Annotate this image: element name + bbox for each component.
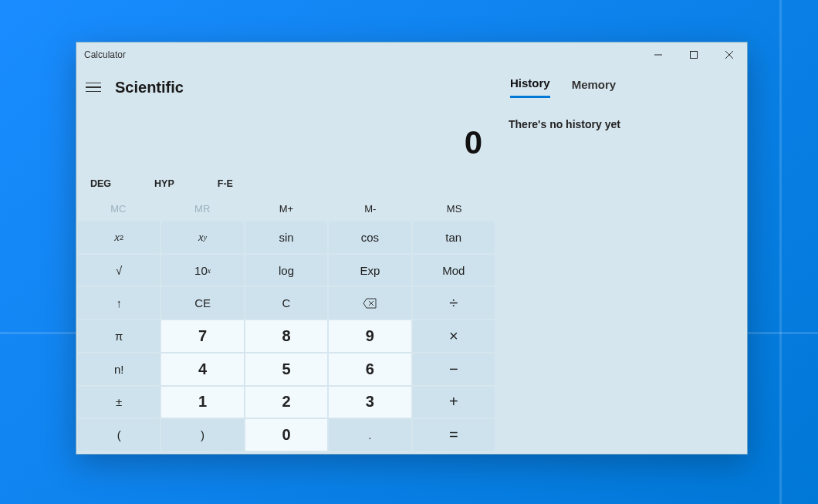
memory-minus-button[interactable]: M-	[328, 203, 412, 215]
log-button[interactable]: log	[245, 255, 327, 286]
equals-button[interactable]: =	[413, 419, 495, 451]
digit-6-button[interactable]: 6	[329, 353, 411, 385]
menu-button[interactable]	[86, 83, 101, 93]
x-power-y-button[interactable]: xy	[161, 222, 243, 253]
hamburger-icon	[86, 83, 101, 84]
ten-power-x-button[interactable]: 10x	[161, 255, 243, 286]
sqrt-button[interactable]: √	[78, 255, 160, 286]
clear-entry-button[interactable]: CE	[161, 287, 243, 319]
side-panel: History Memory There's no history yet	[496, 67, 747, 454]
calculator-panel: Scientific 0 DEG HYP F-E MC MR M+ M- MS …	[76, 67, 496, 454]
subtract-button[interactable]: −	[413, 353, 495, 385]
close-button[interactable]	[712, 42, 747, 67]
digit-2-button[interactable]: 2	[245, 387, 327, 418]
digit-1-button[interactable]: 1	[161, 387, 243, 418]
x-squared-button[interactable]: x2	[78, 222, 160, 253]
titlebar: Calculator	[76, 42, 747, 67]
exp-button[interactable]: Exp	[329, 255, 411, 286]
backspace-button[interactable]	[329, 287, 411, 319]
maximize-button[interactable]	[676, 42, 712, 67]
plus-minus-button[interactable]: ±	[78, 387, 160, 418]
digit-5-button[interactable]: 5	[245, 353, 327, 385]
pi-button[interactable]: π	[78, 320, 160, 352]
multiply-button[interactable]: ×	[413, 320, 495, 352]
minimize-icon	[654, 51, 662, 59]
digit-9-button[interactable]: 9	[329, 320, 411, 352]
digit-4-button[interactable]: 4	[161, 353, 243, 385]
tan-button[interactable]: tan	[413, 222, 495, 253]
memory-store-button[interactable]: MS	[412, 203, 496, 215]
maximize-icon	[690, 51, 698, 59]
close-icon	[725, 51, 733, 59]
svg-rect-1	[691, 52, 698, 59]
backspace-icon	[363, 298, 377, 309]
clear-button[interactable]: C	[245, 287, 327, 319]
digit-0-button[interactable]: 0	[245, 419, 327, 451]
factorial-button[interactable]: n!	[78, 353, 160, 385]
digit-7-button[interactable]: 7	[161, 320, 243, 352]
fe-toggle[interactable]: F-E	[218, 178, 233, 189]
window-title: Calculator	[84, 49, 126, 60]
mode-title: Scientific	[115, 79, 184, 96]
sin-button[interactable]: sin	[245, 222, 327, 253]
mod-button[interactable]: Mod	[413, 255, 495, 286]
history-empty-text: There's no history yet	[507, 107, 739, 130]
shift-button[interactable]: ↑	[78, 287, 160, 319]
digit-8-button[interactable]: 8	[245, 320, 327, 352]
memory-clear-button[interactable]: MC	[76, 203, 161, 215]
calculator-window: Calculator Scientific 0 DEG	[76, 42, 748, 455]
digit-3-button[interactable]: 3	[329, 387, 411, 418]
minimize-button[interactable]	[641, 42, 676, 67]
tab-memory[interactable]: Memory	[572, 78, 617, 97]
right-paren-button[interactable]: )	[161, 419, 243, 451]
memory-plus-button[interactable]: M+	[245, 203, 329, 215]
add-button[interactable]: +	[413, 387, 495, 418]
cos-button[interactable]: cos	[329, 222, 411, 253]
decimal-button[interactable]: .	[329, 419, 411, 451]
tab-history[interactable]: History	[510, 76, 550, 98]
memory-recall-button[interactable]: MR	[161, 203, 245, 215]
hyp-toggle[interactable]: HYP	[154, 178, 174, 189]
result-display: 0	[76, 107, 496, 172]
deg-toggle[interactable]: DEG	[90, 178, 111, 189]
left-paren-button[interactable]: (	[78, 419, 160, 451]
divide-button[interactable]: ÷	[413, 287, 495, 319]
